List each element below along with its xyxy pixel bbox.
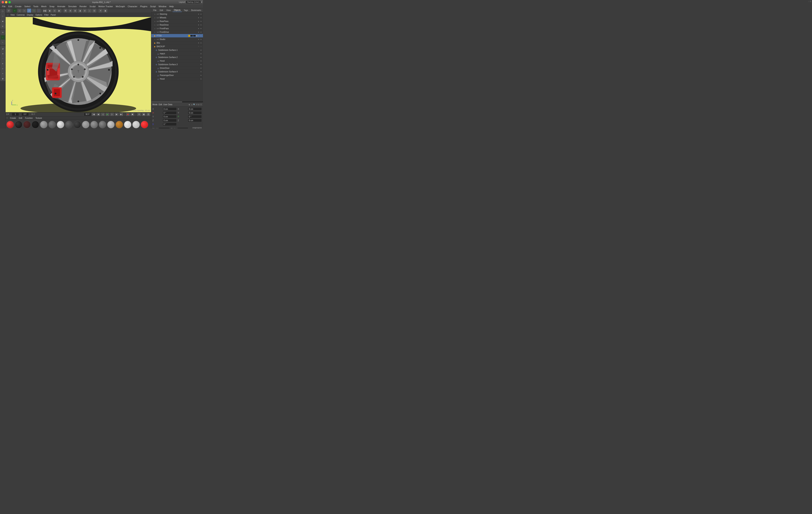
- obj-fts0[interactable]: ▶ FTS0 ● ●: [151, 34, 203, 37]
- menu-character[interactable]: Character: [126, 5, 139, 8]
- material-rubber[interactable]: rubber: [48, 121, 56, 128]
- vis-btn-studio[interactable]: ●: [197, 38, 200, 40]
- layout-dropdown[interactable]: Layout: Startup (User) ▾: [179, 1, 202, 4]
- tab-view[interactable]: View: [165, 9, 172, 12]
- p-input[interactable]: [188, 115, 202, 118]
- render-btn-rearpass[interactable]: ●: [200, 20, 202, 23]
- mat-function-btn[interactable]: Function: [24, 117, 33, 119]
- cube-btn[interactable]: □: [18, 8, 22, 13]
- vis-btn-hood1[interactable]: ●: [200, 60, 202, 62]
- uv-mode-btn[interactable]: ⊞: [0, 24, 5, 29]
- vis-btn-wheels[interactable]: ●: [197, 17, 200, 19]
- mat-ball-caliper[interactable]: [6, 121, 14, 128]
- undo-btn[interactable]: ↺: [6, 8, 11, 13]
- obj-hatch[interactable]: △ Hatch ●: [151, 52, 203, 56]
- render-btn-bits[interactable]: ●: [200, 42, 202, 44]
- menu-snap[interactable]: Snap: [48, 5, 56, 8]
- cam-btn[interactable]: ◉: [103, 8, 108, 13]
- menu-plugins[interactable]: Plugins: [139, 5, 148, 8]
- mat-create-btn[interactable]: Create: [9, 117, 17, 119]
- mode-label[interactable]: Mode: [152, 103, 157, 106]
- current-frame-input[interactable]: [12, 113, 19, 116]
- menu-window[interactable]: Window: [157, 5, 168, 8]
- obj-subdiv4[interactable]: ⊙ Subdivision Surface.4 ●: [151, 70, 203, 74]
- tab-file[interactable]: File: [152, 9, 157, 12]
- display-menu-item[interactable]: Display: [26, 14, 34, 16]
- menu-mograph[interactable]: MoGraph: [115, 5, 126, 8]
- menu-sculpt[interactable]: Sculpt: [88, 5, 97, 8]
- material-bolts[interactable]: bolts: [23, 121, 31, 128]
- material-rubber2[interactable]: rubber: [141, 121, 148, 128]
- vis-btn-backup[interactable]: ✕: [197, 46, 200, 48]
- sphere-btn[interactable]: ○: [22, 8, 27, 13]
- menu-tools[interactable]: Tools: [32, 5, 39, 8]
- vis-btn-frontpass[interactable]: ●: [197, 27, 200, 30]
- play-btn-tool[interactable]: ▶: [57, 8, 61, 13]
- b-input[interactable]: [163, 123, 177, 126]
- mat-ball-mat[interactable]: [65, 121, 73, 128]
- obj-subdiv3[interactable]: ⊙ Subdivision Surface.3 ●: [151, 63, 203, 66]
- poly-mode-btn[interactable]: ▣: [0, 19, 5, 24]
- render-btn-reardrive[interactable]: ●: [200, 24, 202, 26]
- mat-edit-btn[interactable]: Edit: [18, 117, 23, 119]
- menu-mesh[interactable]: Mesh: [40, 5, 48, 8]
- edit-label[interactable]: Edit: [158, 103, 162, 106]
- obj-backup[interactable]: ▶ BACKUP ✕ ✕: [151, 45, 203, 48]
- menu-script[interactable]: Script: [149, 5, 157, 8]
- play-forward-btn[interactable]: ▶: [106, 113, 110, 116]
- y-input[interactable]: [188, 111, 202, 114]
- render-btn-studio[interactable]: ●: [200, 38, 202, 40]
- z-axis-btn[interactable]: Z: [36, 8, 41, 13]
- obj-subdiv2[interactable]: ⊙ Subdivision Surface.2 ●: [151, 56, 203, 59]
- panel-menu-item[interactable]: Panel: [50, 14, 57, 16]
- forward-end-btn[interactable]: ▶|: [119, 113, 123, 116]
- obj-driverdoor[interactable]: △ DriverDoor ●: [151, 66, 203, 70]
- vis-btn-subdiv3[interactable]: ●: [200, 63, 202, 66]
- record-btn[interactable]: ⊙: [52, 8, 57, 13]
- mat-ball-concret[interactable]: [82, 121, 89, 128]
- vis-btn-subdiv1[interactable]: ●: [200, 49, 202, 51]
- z-input[interactable]: [163, 119, 177, 122]
- obj-passengerdoor[interactable]: △ PassengerDoor ●: [151, 74, 203, 77]
- light-btn[interactable]: ☀: [0, 71, 5, 76]
- material-concret[interactable]: concret: [82, 121, 89, 128]
- mat-ball-mat1[interactable]: [132, 121, 140, 128]
- material-danel[interactable]: Danel: [115, 121, 123, 128]
- vis-btn-passengerdoor[interactable]: ●: [200, 74, 202, 77]
- menu-select[interactable]: Select: [23, 5, 32, 8]
- obj-frontdrive[interactable]: ○ LO FrontDrive ● ●: [151, 30, 203, 34]
- render-btn-backup[interactable]: ✕: [200, 46, 202, 48]
- spline-btn[interactable]: ⌇: [0, 56, 5, 61]
- material-btn[interactable]: ◈: [0, 51, 5, 56]
- menu-simulate[interactable]: Simulate: [67, 5, 78, 8]
- move-tool-btn[interactable]: ✛: [0, 30, 5, 35]
- loop-btn[interactable]: ⟲: [137, 113, 141, 116]
- tab-edit[interactable]: Edit: [158, 9, 164, 12]
- prev-frame-btn[interactable]: ◁: [101, 113, 105, 116]
- mat-ball-rubber[interactable]: [48, 121, 56, 128]
- render-btn-fts0[interactable]: ●: [200, 35, 202, 37]
- mat-ball-mat4[interactable]: [90, 121, 98, 128]
- mat-ball-bolts[interactable]: [23, 121, 31, 128]
- vis-btn-bits[interactable]: ●: [197, 42, 200, 44]
- mat-ball-wheelpi[interactable]: [74, 121, 81, 128]
- mat-ball-chrome[interactable]: [57, 121, 64, 128]
- deformer-btn[interactable]: ⊗: [0, 61, 5, 66]
- user-data-label[interactable]: User Data: [163, 103, 172, 106]
- x-axis-btn[interactable]: X: [27, 8, 31, 13]
- object-mode-btn[interactable]: ⬡: [0, 9, 5, 13]
- obj-steering[interactable]: ○ LO Steering ● ●: [151, 12, 203, 16]
- rewind-start-btn[interactable]: |◀: [92, 113, 96, 116]
- material-diskbra[interactable]: Diskbra: [40, 121, 48, 128]
- keyframe-btn[interactable]: ◆: [48, 8, 52, 13]
- menu-edit[interactable]: Edit: [7, 5, 13, 8]
- menu-animate[interactable]: Animate: [56, 5, 66, 8]
- material-mat2[interactable]: Mat.2: [99, 121, 106, 128]
- new-obj-btn[interactable]: +: [12, 8, 17, 13]
- tab-bookmarks[interactable]: Bookmarks: [190, 9, 202, 12]
- record-btn-play[interactable]: ⏺: [126, 113, 130, 116]
- menu-render[interactable]: Render: [78, 5, 88, 8]
- z2-input[interactable]: [188, 119, 202, 122]
- viewport[interactable]: T: [6, 17, 151, 112]
- obj-hood1[interactable]: △ Hood ●: [151, 59, 203, 63]
